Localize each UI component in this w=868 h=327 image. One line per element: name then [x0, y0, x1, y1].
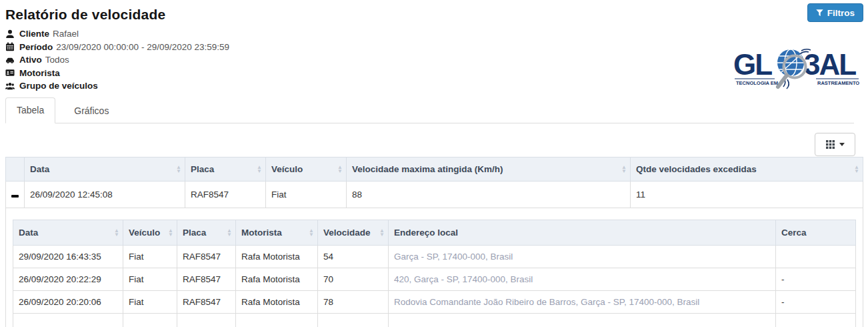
- sort-icon: ▲▼: [114, 229, 119, 236]
- cell-cerca: [776, 245, 856, 268]
- table-row: 29/09/2020 16:43:35 Fiat RAF8547 Rafa Mo…: [13, 245, 856, 268]
- tab-tabela[interactable]: Tabela: [5, 97, 55, 123]
- grid-icon: [826, 140, 835, 149]
- column-header-motorista[interactable]: Motorista ▲▼: [236, 220, 318, 245]
- column-header-placa[interactable]: Placa ▲▼: [185, 157, 266, 181]
- tab-bar: Tabela Gráficos: [5, 97, 854, 123]
- tab-label: Gráficos: [74, 105, 109, 116]
- detail-row: Data ▲▼ Veículo ▲▼ Placa ▲▼: [6, 208, 863, 327]
- sort-icon: ▲▼: [854, 166, 859, 173]
- sort-icon: ▲▼: [309, 229, 314, 236]
- column-label: Qtde velocidades excedidas: [636, 164, 757, 174]
- sort-icon: ▲▼: [337, 166, 343, 173]
- columns-dropdown-button[interactable]: [815, 133, 855, 156]
- logo-tagline-left: TECNOLOGIA EM: [736, 80, 778, 86]
- column-label: Velocidade maxima atingida (Km/h): [352, 164, 503, 174]
- cell-data: 26/09/2020 12:45:08: [25, 181, 185, 208]
- cell-cerca: -: [776, 290, 856, 313]
- logo-text-left: GL: [733, 48, 772, 81]
- page-title: Relatório de velocidade: [5, 7, 868, 23]
- address-link[interactable]: Rodovia Comandante João Ribeiro de Barro…: [389, 290, 776, 313]
- collapse-row-toggle[interactable]: [6, 181, 25, 208]
- detail-header-row: Data ▲▼ Veículo ▲▼ Placa ▲▼: [13, 220, 856, 245]
- column-header-placa[interactable]: Placa ▲▼: [177, 220, 236, 245]
- detail-row-container: Data ▲▼ Veículo ▲▼ Placa ▲▼: [6, 208, 863, 327]
- meta-label: Grupo de veículos: [19, 81, 98, 91]
- cell-qtde-excedidas: 11: [631, 181, 863, 208]
- sort-icon: ▲▼: [176, 166, 181, 173]
- column-header-endereco: Endereço local: [389, 220, 776, 245]
- table-cell: [776, 313, 856, 327]
- column-label: Veículo: [271, 164, 303, 174]
- filters-button[interactable]: Filtros: [807, 3, 863, 22]
- column-label: Placa: [183, 228, 206, 238]
- filters-button-label: Filtros: [827, 8, 855, 18]
- column-header-cerca: Cerca: [776, 220, 856, 245]
- column-header-velocidade-maxima[interactable]: Velocidade maxima atingida (Km/h) ▲▼: [347, 157, 631, 181]
- column-label: Data: [30, 164, 49, 174]
- id-card-icon: [5, 68, 16, 77]
- cell-placa: RAF8547: [177, 268, 236, 290]
- expand-column-header: [6, 157, 25, 181]
- minus-icon: [11, 195, 19, 198]
- sort-icon: ▲▼: [227, 229, 232, 236]
- cell-veiculo: Fiat: [123, 290, 177, 313]
- cell-placa: RAF8547: [177, 290, 236, 313]
- car-icon: [5, 55, 16, 65]
- cell-veiculo: Fiat: [123, 245, 177, 268]
- meta-value: 23/09/2020 00:00:00 - 29/09/2020 23:59:5…: [56, 42, 229, 52]
- summary-header-row: Data ▲▼ Placa ▲▼ Veículo ▲▼ Velocidade m…: [6, 157, 863, 181]
- column-label: Veículo: [129, 228, 160, 238]
- table-row: 26/09/2020 20:22:29 Fiat RAF8547 Rafa Mo…: [13, 268, 856, 290]
- column-label: Data: [19, 228, 38, 238]
- table-cell: [123, 313, 177, 327]
- table-row: 26/09/2020 20:20:06 Fiat RAF8547 Rafa Mo…: [13, 290, 856, 313]
- column-header-velocidade[interactable]: Velocidade ▲▼: [318, 220, 389, 245]
- column-header-veiculo[interactable]: Veículo ▲▼: [123, 220, 177, 245]
- cell-motorista: Rafa Motorista: [236, 268, 318, 290]
- meta-value: Todos: [45, 55, 69, 65]
- cell-velocidade: 78: [318, 290, 389, 313]
- cell-cerca: -: [776, 268, 856, 290]
- meta-label: Motorista: [19, 68, 60, 78]
- cell-placa: RAF8547: [177, 245, 236, 268]
- column-label: Endereço local: [394, 228, 458, 238]
- column-label: Placa: [191, 164, 214, 174]
- column-label: Cerca: [781, 228, 807, 238]
- address-link[interactable]: Garça - SP, 17400-000, Brasil: [389, 245, 776, 268]
- cell-velocidade-maxima: 88: [347, 181, 631, 208]
- column-label: Motorista: [241, 228, 282, 238]
- logo-text-right: 3AL: [804, 48, 856, 81]
- table-row: 26/09/2020 12:45:08 RAF8547 Fiat 88 11: [6, 181, 863, 208]
- address-link[interactable]: 420, Garça - SP, 17400-000, Brasil: [389, 268, 776, 290]
- table-row: [13, 313, 856, 327]
- column-header-data[interactable]: Data ▲▼: [25, 157, 185, 181]
- global-logo: GL 3AL TECNOLOGIA EM RASTREAMENTO: [733, 48, 860, 89]
- sort-icon: ▲▼: [257, 166, 262, 173]
- column-header-veiculo[interactable]: Veículo ▲▼: [266, 157, 347, 181]
- column-header-qtde-excedidas[interactable]: Qtde velocidades excedidas ▲▼: [631, 157, 863, 181]
- tab-graficos[interactable]: Gráficos: [63, 99, 119, 123]
- meta-label: Ativo: [19, 55, 42, 65]
- detail-table: Data ▲▼ Veículo ▲▼ Placa ▲▼: [13, 220, 856, 327]
- column-header-data[interactable]: Data ▲▼: [13, 220, 123, 245]
- summary-table: Data ▲▼ Placa ▲▼ Veículo ▲▼ Velocidade m…: [5, 157, 863, 327]
- cell-velocidade: 70: [318, 268, 389, 290]
- cell-veiculo: Fiat: [123, 268, 177, 290]
- cell-veiculo: Fiat: [266, 181, 347, 208]
- table-cell: [236, 313, 318, 327]
- meta-value: Rafael: [53, 29, 79, 39]
- cell-motorista: Rafa Motorista: [236, 290, 318, 313]
- cell-placa: RAF8547: [185, 181, 266, 208]
- cell-velocidade: 54: [318, 245, 389, 268]
- cell-data: 26/09/2020 20:20:06: [13, 290, 123, 313]
- cell-data: 29/09/2020 16:43:35: [13, 245, 123, 268]
- calendar-icon: [5, 42, 16, 51]
- users-icon: [5, 81, 16, 91]
- column-label: Velocidade: [323, 228, 371, 238]
- table-cell: [389, 313, 776, 327]
- meta-label: Período: [19, 42, 53, 52]
- tab-label: Tabela: [17, 105, 44, 115]
- logo-tagline-right: RASTREAMENTO: [817, 80, 859, 86]
- table-cell: [318, 313, 389, 327]
